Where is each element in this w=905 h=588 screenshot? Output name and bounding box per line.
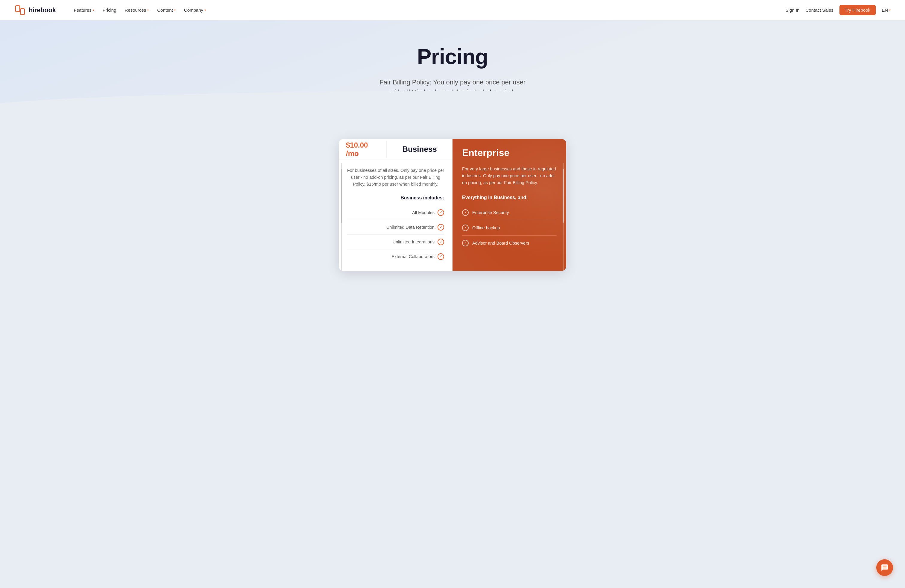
business-scroll-indicator — [341, 163, 342, 271]
nav-links: Features ▾ Pricing Resources ▾ Content ▾… — [70, 5, 786, 15]
nav-features[interactable]: Features ▾ — [70, 5, 98, 15]
logo-link[interactable]: hirebook — [14, 5, 56, 16]
business-card-body: For businesses of all sizes. Only pay on… — [339, 160, 452, 271]
business-card-header: $10.00 /mo Business — [339, 139, 452, 160]
feature-label: Unlimited Integrations — [393, 240, 435, 244]
hero-section: Pricing Fair Billing Policy: You only pa… — [0, 21, 905, 115]
contact-sales-link[interactable]: Contact Sales — [805, 8, 833, 13]
business-price-col: $10.00 /mo — [339, 141, 387, 158]
nav-resources[interactable]: Resources ▾ — [121, 5, 152, 15]
enterprise-scroll-indicator — [563, 163, 564, 271]
business-scroll-thumb — [341, 169, 342, 223]
chat-icon — [881, 564, 889, 572]
check-icon: ✓ — [438, 209, 444, 216]
logo-text: hirebook — [29, 6, 56, 14]
business-includes-title: Business includes: — [347, 195, 444, 200]
chat-button[interactable] — [876, 559, 893, 576]
business-card: $10.00 /mo Business For businesses of al… — [339, 139, 452, 271]
check-icon: ✓ — [438, 238, 444, 245]
list-item: ✓ Advisor and Board Observers — [462, 236, 557, 251]
list-item: ✓ Enterprise Security — [462, 205, 557, 220]
check-icon: ✓ — [462, 224, 468, 231]
enterprise-feature-list: ✓ Enterprise Security ✓ Offline backup ✓… — [462, 205, 557, 251]
business-feature-list: All Modules ✓ Unlimited Data Retention ✓… — [347, 205, 444, 264]
hero-subtitle: Fair Billing Policy: You only pay one pr… — [363, 77, 542, 97]
svg-rect-2 — [16, 6, 20, 12]
language-chevron-icon: ▾ — [889, 8, 891, 12]
enterprise-plan-name: Enterprise — [462, 147, 557, 158]
list-item: Unlimited Integrations ✓ — [347, 235, 444, 250]
list-item: Unlimited Data Retention ✓ — [347, 220, 444, 235]
check-icon: ✓ — [462, 240, 468, 246]
enterprise-card-content: Enterprise For very large businesses and… — [452, 139, 566, 271]
list-item: ✓ Offline backup — [462, 220, 557, 236]
business-description: For businesses of all sizes. Only pay on… — [347, 167, 444, 188]
enterprise-description: For very large businesses and those in r… — [462, 165, 557, 186]
company-chevron-icon: ▾ — [205, 8, 206, 12]
nav-actions: Sign In Contact Sales Try Hirebook EN ▾ — [786, 5, 891, 15]
resources-chevron-icon: ▾ — [147, 8, 149, 12]
feature-label: Enterprise Security — [472, 210, 509, 215]
nav-company[interactable]: Company ▾ — [181, 5, 210, 15]
pricing-section: $10.00 /mo Business For businesses of al… — [0, 115, 905, 295]
navbar: hirebook Features ▾ Pricing Resources ▾ … — [0, 0, 905, 21]
feature-label: All Modules — [412, 210, 435, 215]
list-item: External Collaborators ✓ — [347, 250, 444, 264]
check-icon: ✓ — [438, 224, 444, 230]
enterprise-includes-title: Everything in Business, and: — [462, 195, 557, 200]
business-plan-name: Business — [402, 145, 437, 154]
try-hirebook-button[interactable]: Try Hirebook — [840, 5, 876, 15]
page-title: Pricing — [14, 44, 891, 69]
content-chevron-icon: ▾ — [174, 8, 176, 12]
sign-in-link[interactable]: Sign In — [786, 8, 800, 13]
features-chevron-icon: ▾ — [93, 8, 94, 12]
svg-rect-1 — [21, 9, 25, 15]
pricing-cards: $10.00 /mo Business For businesses of al… — [339, 139, 566, 271]
feature-label: Advisor and Board Observers — [472, 241, 529, 245]
nav-pricing[interactable]: Pricing — [99, 5, 120, 15]
check-icon: ✓ — [438, 253, 444, 260]
list-item: All Modules ✓ — [347, 205, 444, 220]
enterprise-scroll-thumb — [563, 169, 564, 223]
enterprise-card: Enterprise For very large businesses and… — [452, 139, 566, 271]
nav-content[interactable]: Content ▾ — [154, 5, 179, 15]
language-selector[interactable]: EN ▾ — [882, 8, 891, 13]
business-plan-name-col: Business — [387, 145, 452, 154]
svg-rect-0 — [16, 6, 20, 12]
logo-icon — [14, 5, 26, 16]
feature-label: External Collaborators — [392, 254, 435, 259]
feature-label: Unlimited Data Retention — [386, 225, 435, 230]
business-price: $10.00 /mo — [346, 141, 379, 158]
check-icon: ✓ — [462, 209, 468, 216]
feature-label: Offline backup — [472, 226, 500, 230]
